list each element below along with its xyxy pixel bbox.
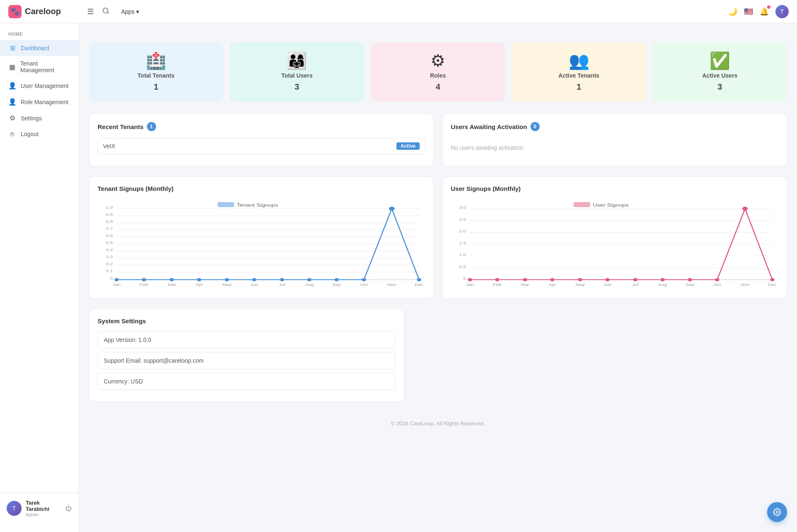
user-avatar[interactable]: T: [775, 5, 789, 18]
svg-text:Feb: Feb: [493, 282, 502, 286]
apps-menu[interactable]: Apps ▾: [118, 7, 142, 17]
sidebar-user-info: Tarek Tarabichi Admin: [26, 500, 61, 517]
svg-text:May: May: [222, 282, 232, 286]
floating-settings-button[interactable]: [767, 502, 787, 522]
settings-item-support-email: Support Email: support@careloop.com: [98, 352, 396, 369]
svg-text:Jul: Jul: [632, 282, 638, 286]
svg-text:May: May: [575, 282, 585, 286]
stat-card-active-users[interactable]: ✅ Active Users 3: [653, 42, 787, 102]
app-name: Careloop: [25, 7, 61, 16]
sidebar-item-label: User Management: [21, 83, 68, 89]
svg-text:Jan: Jan: [466, 282, 474, 286]
svg-text:Nov: Nov: [387, 282, 396, 286]
sidebar-item-settings[interactable]: ⚙ Settings: [0, 110, 78, 126]
svg-text:Dec: Dec: [415, 282, 423, 286]
sidebar-item-role-management[interactable]: 👤 Role Management: [0, 94, 78, 110]
svg-text:Jun: Jun: [604, 282, 611, 286]
apps-chevron: ▾: [136, 8, 139, 15]
svg-point-73: [605, 278, 610, 281]
stat-card-total-users[interactable]: 👨‍👩‍👧 Total Users 3: [230, 42, 364, 102]
svg-point-75: [660, 278, 665, 281]
notifications-icon[interactable]: 🔔: [760, 7, 769, 16]
svg-point-28: [142, 278, 147, 281]
total-tenants-label: Total Tenants: [137, 72, 174, 79]
active-users-value: 3: [718, 82, 722, 92]
svg-point-29: [170, 278, 174, 281]
total-users-value: 3: [295, 82, 299, 92]
svg-text:1.5: 1.5: [459, 241, 466, 245]
svg-point-68: [468, 278, 472, 281]
svg-text:0.4: 0.4: [106, 247, 113, 251]
user-signups-chart: User Signups 0 0.5 1.0 1.5 2.0 2.5 3.0: [451, 199, 778, 290]
svg-point-38: [417, 278, 421, 281]
svg-text:0.8: 0.8: [106, 219, 113, 223]
recent-tenants-title: Recent Tenants: [98, 123, 144, 130]
power-icon[interactable]: ⏻: [65, 505, 72, 512]
svg-text:Jul: Jul: [279, 282, 285, 286]
sidebar-item-dashboard[interactable]: ⊞ Dashboard: [0, 40, 78, 56]
sidebar-section-home: HOME: [0, 32, 78, 40]
svg-point-27: [115, 278, 119, 281]
active-tenants-value: 1: [577, 82, 581, 92]
menu-icon[interactable]: ☰: [87, 7, 94, 16]
tenant-name: VetX: [103, 143, 115, 149]
topbar-center: ☰ Apps ▾: [87, 7, 728, 17]
svg-text:Jun: Jun: [250, 282, 258, 286]
svg-text:Feb: Feb: [140, 282, 149, 286]
svg-text:Sep: Sep: [685, 282, 694, 286]
svg-point-37: [389, 207, 394, 211]
svg-text:3.0: 3.0: [459, 205, 466, 209]
svg-text:1.0: 1.0: [106, 205, 113, 209]
svg-text:0: 0: [463, 276, 466, 280]
svg-text:Jan: Jan: [112, 282, 120, 286]
main-content: 🏥 Total Tenants 1 👨‍👩‍👧 Total Users 3 ⚙ …: [79, 32, 797, 532]
total-tenants-value: 1: [154, 82, 158, 92]
sidebar-item-tenant-management[interactable]: ▦ Tenant Management: [0, 56, 78, 78]
total-tenants-icon: 🏥: [146, 52, 166, 69]
search-icon[interactable]: [102, 7, 110, 16]
settings-item-app-version: App Version: 1.0.0: [98, 331, 396, 349]
users-awaiting-empty: No users awaiting activation.: [451, 138, 778, 158]
tenant-signups-chart-panel: Tenant Signups (Monthly) Tenant Signups …: [89, 176, 434, 299]
dark-mode-icon[interactable]: 🌙: [728, 7, 737, 16]
svg-text:0.7: 0.7: [106, 226, 113, 230]
svg-point-30: [197, 278, 201, 281]
svg-point-72: [578, 278, 582, 281]
svg-text:Dec: Dec: [768, 282, 777, 286]
sidebar-item-logout[interactable]: ⎋ Logout: [0, 126, 78, 142]
roles-value: 4: [435, 82, 440, 92]
dashboard-icon: ⊞: [8, 44, 17, 52]
total-users-label: Total Users: [281, 72, 313, 79]
roles-icon: ⚙: [430, 52, 445, 69]
logo[interactable]: 🐾 Careloop: [8, 5, 87, 18]
tenant-row-vetx: VetX Active: [98, 138, 425, 154]
layout: HOME ⊞ Dashboard ▦ Tenant Management 👤 U…: [0, 32, 797, 532]
recent-tenants-badge: 1: [147, 122, 156, 131]
sidebar-item-user-management[interactable]: 👤 User Management: [0, 78, 78, 94]
stat-card-roles[interactable]: ⚙ Roles 4: [371, 42, 505, 102]
user-signups-title: User Signups (Monthly): [451, 185, 778, 192]
tenant-status-badge: Active: [396, 142, 420, 150]
stat-card-active-tenants[interactable]: 👥 Active Tenants 1: [512, 42, 646, 102]
svg-rect-2: [218, 202, 234, 207]
svg-point-79: [770, 278, 775, 281]
recent-tenants-header: Recent Tenants 1: [98, 122, 425, 131]
language-icon[interactable]: 🇺🇸: [744, 7, 753, 16]
sidebar-user-role: Admin: [26, 512, 61, 517]
svg-text:0.6: 0.6: [106, 233, 113, 237]
svg-point-74: [633, 278, 638, 281]
svg-point-70: [523, 278, 528, 281]
stat-card-total-tenants[interactable]: 🏥 Total Tenants 1: [89, 42, 223, 102]
svg-line-1: [107, 12, 108, 13]
svg-text:Oct: Oct: [714, 282, 721, 286]
svg-text:Apr: Apr: [195, 282, 203, 286]
total-users-icon: 👨‍👩‍👧: [286, 52, 307, 69]
svg-point-69: [495, 278, 500, 281]
chart-row: Tenant Signups (Monthly) Tenant Signups …: [89, 176, 787, 299]
svg-point-36: [362, 278, 366, 281]
svg-text:User Signups: User Signups: [593, 203, 629, 208]
svg-text:0.2: 0.2: [106, 261, 113, 266]
svg-text:0.9: 0.9: [106, 212, 113, 216]
sidebar-user-avatar: T: [7, 501, 22, 516]
svg-point-71: [550, 278, 555, 281]
